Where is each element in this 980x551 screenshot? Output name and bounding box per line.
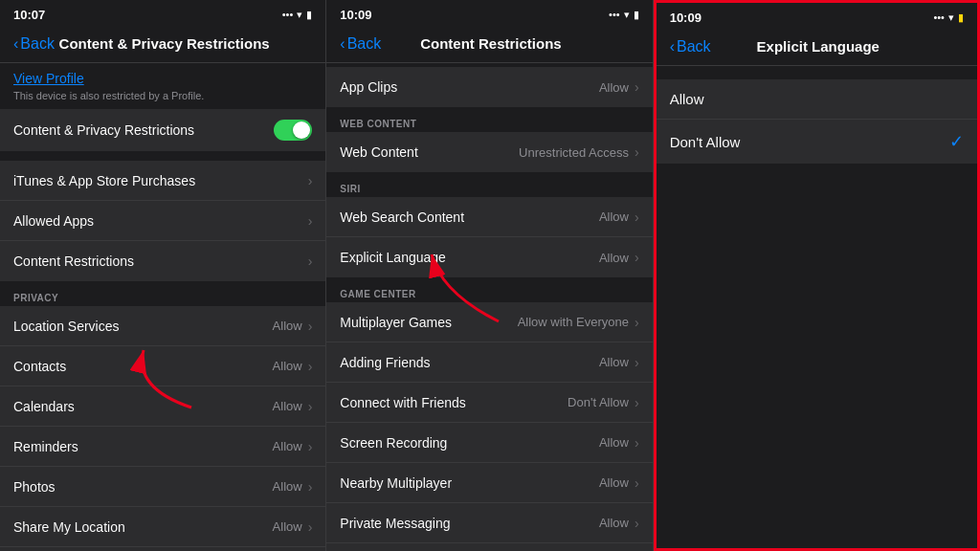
adding-friends-chevron: › <box>635 355 639 370</box>
app-clips-group: App Clips Allow › <box>326 67 652 107</box>
adding-friends-label: Adding Friends <box>340 355 599 370</box>
share-location-label: Share My Location <box>13 519 273 535</box>
back-button-2[interactable]: ‹ Back <box>340 35 381 53</box>
page-title-1: Content & Privacy Restrictions <box>55 35 274 52</box>
restrictions-toggle[interactable] <box>274 120 312 141</box>
web-content-group: Web Content Unrestricted Access › <box>326 132 652 172</box>
back-button-3[interactable]: ‹ Back <box>670 38 711 55</box>
web-search-value: Allow <box>599 209 629 224</box>
siri-group: Web Search Content Allow › Explicit Lang… <box>326 197 652 277</box>
app-clips-label: App Clips <box>340 79 599 95</box>
screen-recording-row[interactable]: Screen Recording Allow › <box>326 423 652 463</box>
connect-friends-value: Don't Allow <box>568 395 629 409</box>
explicit-language-row[interactable]: Explicit Language Allow › <box>326 237 652 277</box>
dont-allow-option-row[interactable]: Don't Allow ✓ <box>657 120 977 164</box>
nearby-multiplayer-chevron: › <box>635 475 639 491</box>
reminders-value: Allow <box>273 439 302 453</box>
contacts-label: Contacts <box>13 359 273 374</box>
restrictions-toggle-label: Content & Privacy Restrictions <box>13 122 274 138</box>
web-content-value: Unrestricted Access <box>519 145 629 160</box>
allow-option-label: Allow <box>670 91 964 107</box>
back-chevron-2: ‹ <box>340 35 345 53</box>
itunes-row[interactable]: iTunes & App Store Purchases › <box>0 161 325 201</box>
panel-1: 10:07 ••• ▾ ▮ ‹ Back Content & Privacy R… <box>0 0 326 551</box>
status-icons-3: ••• ▾ ▮ <box>933 11 964 24</box>
calendars-label: Calendars <box>13 399 273 414</box>
settings-list-1: View Profile This device is also restric… <box>0 63 325 551</box>
contacts-row[interactable]: Contacts Allow › <box>0 346 325 386</box>
back-label-2: Back <box>347 35 382 53</box>
location-services-chevron: › <box>308 319 313 334</box>
private-messaging-label: Private Messaging <box>340 516 599 531</box>
multiplayer-row[interactable]: Multiplayer Games Allow with Everyone › <box>326 302 652 342</box>
nav-bar-2: ‹ Back Content Restrictions <box>326 27 652 63</box>
view-profile-desc: This device is also restricted by a Prof… <box>0 88 325 109</box>
multiplayer-value: Allow with Everyone <box>518 315 629 329</box>
location-services-row[interactable]: Location Services Allow › <box>0 306 325 346</box>
content-restrictions-chevron: › <box>308 253 313 269</box>
nearby-multiplayer-label: Nearby Multiplayer <box>340 475 599 491</box>
adding-friends-row[interactable]: Adding Friends Allow › <box>326 342 652 383</box>
connect-friends-row[interactable]: Connect with Friends Don't Allow › <box>326 383 652 423</box>
signal-icon-1: ••• <box>282 9 294 20</box>
web-search-row[interactable]: Web Search Content Allow › <box>326 197 652 237</box>
itunes-chevron: › <box>308 173 313 188</box>
multiplayer-label: Multiplayer Games <box>340 315 517 330</box>
web-content-row[interactable]: Web Content Unrestricted Access › <box>326 132 652 172</box>
back-button-1[interactable]: ‹ Back <box>13 35 55 53</box>
explicit-language-chevron: › <box>635 250 639 265</box>
privacy-group: Location Services Allow › Contacts Allow… <box>0 306 325 551</box>
calendars-row[interactable]: Calendars Allow › <box>0 386 325 427</box>
dont-allow-checkmark: ✓ <box>949 131 964 152</box>
nearby-multiplayer-row[interactable]: Nearby Multiplayer Allow › <box>326 463 652 503</box>
signal-icon-3: ••• <box>933 11 945 23</box>
photos-row[interactable]: Photos Allow › <box>0 467 325 507</box>
app-clips-row[interactable]: App Clips Allow › <box>326 67 652 107</box>
settings-list-3: Allow Don't Allow ✓ <box>657 66 977 548</box>
back-chevron-3: ‹ <box>670 38 675 55</box>
bluetooth-row[interactable]: Bluetooth Sharing Allow › <box>0 547 325 551</box>
location-services-value: Allow <box>273 319 302 333</box>
panel-3: 10:09 ••• ▾ ▮ ‹ Back Explicit Language A… <box>654 0 980 551</box>
status-icons-1: ••• ▾ ▮ <box>282 9 313 21</box>
status-time-2: 10:09 <box>340 8 371 22</box>
share-location-chevron: › <box>308 519 313 535</box>
allowed-apps-row[interactable]: Allowed Apps › <box>0 201 325 241</box>
nav-bar-3: ‹ Back Explicit Language <box>657 30 977 66</box>
photos-label: Photos <box>13 479 273 495</box>
page-title-3: Explicit Language <box>711 38 925 55</box>
screen-recording-label: Screen Recording <box>340 435 599 451</box>
status-time-1: 10:07 <box>13 8 45 22</box>
status-time-3: 10:09 <box>670 11 702 25</box>
location-services-label: Location Services <box>13 319 273 334</box>
game-center-group: Multiplayer Games Allow with Everyone › … <box>326 302 652 551</box>
back-label-1: Back <box>20 35 55 53</box>
app-clips-value: Allow <box>599 80 629 95</box>
dont-allow-option-label: Don't Allow <box>670 134 949 150</box>
allow-option-row[interactable]: Allow <box>657 79 977 120</box>
view-profile-link[interactable]: View Profile <box>0 63 325 88</box>
status-bar-1: 10:07 ••• ▾ ▮ <box>0 0 325 27</box>
content-restrictions-row[interactable]: Content Restrictions › <box>0 241 325 281</box>
contacts-value: Allow <box>273 359 302 373</box>
share-location-row[interactable]: Share My Location Allow › <box>0 507 325 547</box>
web-search-chevron: › <box>635 209 639 225</box>
explicit-language-value: Allow <box>599 251 629 265</box>
page-title-2: Content Restrictions <box>381 35 600 52</box>
content-restrictions-label: Content Restrictions <box>13 253 308 269</box>
reminders-row[interactable]: Reminders Allow › <box>0 427 325 467</box>
privacy-section-label: PRIVACY <box>0 283 325 306</box>
web-content-chevron: › <box>635 144 639 160</box>
profile-privacy-row[interactable]: Profile Privacy Changes Allow › <box>326 543 652 551</box>
private-messaging-chevron: › <box>635 516 639 531</box>
itunes-label: iTunes & App Store Purchases <box>13 173 308 188</box>
photos-chevron: › <box>308 479 313 495</box>
restrictions-toggle-group: Content & Privacy Restrictions <box>0 109 325 151</box>
screen-recording-value: Allow <box>599 435 629 450</box>
wifi-icon-1: ▾ <box>297 9 302 21</box>
app-clips-chevron: › <box>635 79 639 95</box>
screen-recording-chevron: › <box>635 435 639 451</box>
restrictions-toggle-row[interactable]: Content & Privacy Restrictions <box>0 109 325 151</box>
share-location-value: Allow <box>273 519 302 534</box>
private-messaging-row[interactable]: Private Messaging Allow › <box>326 503 652 543</box>
